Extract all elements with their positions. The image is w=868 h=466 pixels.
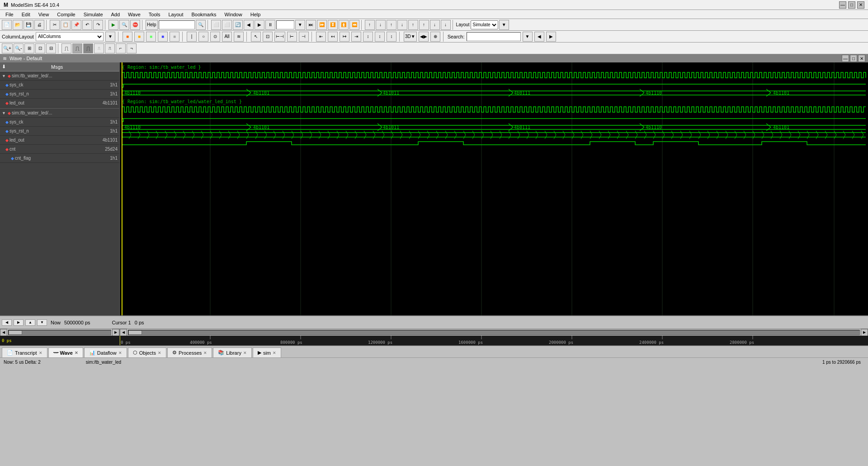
zoom-fit-btn[interactable]: ⊟	[46, 43, 56, 53]
signal-group-2[interactable]: ▼ ◆ sim:/tb_water_led/...	[0, 109, 119, 118]
signal-scroll-thumb[interactable]	[9, 330, 22, 335]
menu-wave[interactable]: Wave	[124, 11, 144, 18]
3d-btn2[interactable]: ◀▶	[419, 32, 429, 42]
sim-btn2[interactable]: ⬜	[222, 20, 232, 30]
transcript-close[interactable]: ✕	[39, 351, 42, 355]
signal-row-cnt[interactable]: ◆ cnt 25d24	[0, 145, 119, 154]
wave-minimize-btn[interactable]: —	[842, 55, 849, 62]
step-btn3[interactable]: ⏬	[328, 20, 338, 30]
search-prev-btn[interactable]: ◀	[534, 32, 544, 42]
tab-processes[interactable]: ⚙ Processes ✕	[167, 347, 212, 357]
nav-btn7[interactable]: ↕	[387, 32, 396, 42]
help-go-btn[interactable]: 🔍	[196, 20, 206, 30]
signal-hscroll[interactable]: ◀ ▶	[0, 329, 120, 336]
library-close[interactable]: ✕	[243, 351, 247, 355]
wave-scroll-thumb[interactable]	[128, 330, 142, 335]
sim-btn5[interactable]: ▶	[255, 20, 264, 30]
menu-file[interactable]: File	[2, 11, 17, 18]
nav-btn1[interactable]: ⇤	[316, 32, 326, 42]
new-btn[interactable]: 📄	[2, 20, 12, 30]
measure-btn[interactable]: ⊢⊣	[274, 32, 285, 42]
sig-btn1[interactable]: |	[187, 32, 197, 42]
run-btn[interactable]: ▶	[108, 20, 118, 30]
nav-btn3[interactable]: ↦	[340, 32, 349, 42]
sig-type-3[interactable]: ⎍	[83, 43, 93, 53]
layout-btn5[interactable]: ↑	[408, 20, 418, 30]
menu-add[interactable]: Add	[108, 11, 124, 18]
signal-scroll-left[interactable]: ◀	[0, 329, 7, 336]
color-btn3[interactable]: ■	[146, 32, 156, 42]
nav-btn5[interactable]: ↕	[363, 32, 373, 42]
search-next-btn[interactable]: ▶	[546, 32, 556, 42]
wave-btn1[interactable]: ⊢	[287, 32, 297, 42]
color-btn4[interactable]: ■	[158, 32, 168, 42]
sig-btn4[interactable]: All	[222, 32, 232, 42]
sig-type-4[interactable]: ⎍	[94, 43, 104, 53]
wave-close-btn[interactable]: ✕	[858, 55, 865, 62]
copy-btn[interactable]: 📋	[61, 20, 71, 30]
color-btn5[interactable]: ■	[170, 32, 179, 42]
nav-btn4[interactable]: ⇥	[351, 32, 361, 42]
tab-sim[interactable]: ▶ sim ✕	[253, 347, 281, 357]
menu-compile[interactable]: Compile	[53, 11, 79, 18]
step-btn5[interactable]: ⏪	[349, 20, 359, 30]
minimize-button[interactable]: —	[839, 1, 846, 9]
layout-select[interactable]: Simulate	[471, 20, 498, 29]
layout-btn6[interactable]: ↑	[419, 20, 429, 30]
signal-row-cnt_flag[interactable]: ◆ cnt_flag 1h1	[0, 154, 119, 163]
time-unit-btn[interactable]: ▼	[295, 20, 305, 30]
3d-btn1[interactable]: 3D▼	[404, 32, 417, 42]
layout-btn7[interactable]: ↓	[430, 20, 440, 30]
sim-btn3[interactable]: 🔄	[233, 20, 243, 30]
menu-view[interactable]: View	[35, 11, 53, 18]
step-btn2[interactable]: ⏩	[317, 20, 327, 30]
layout-btn1[interactable]: ↑	[365, 20, 375, 30]
layout-btn8[interactable]: ↓	[441, 20, 451, 30]
search-input[interactable]	[467, 32, 521, 41]
tab-dataflow[interactable]: 📊 Dataflow ✕	[84, 347, 127, 357]
sig-type-6[interactable]: ⌐	[116, 43, 126, 53]
signal-scroll-track[interactable]	[8, 330, 111, 335]
open-btn[interactable]: 📂	[13, 20, 23, 30]
signal-group-1[interactable]: ▼ ◆ sim:/tb_water_led/...	[0, 71, 119, 81]
print-btn[interactable]: 🖨	[34, 20, 44, 30]
processes-close[interactable]: ✕	[203, 351, 207, 355]
maximize-button[interactable]: □	[848, 1, 855, 9]
help-input[interactable]	[159, 20, 195, 29]
tab-transcript[interactable]: 📄 Transcript ✕	[2, 347, 47, 357]
zoom-out-btn[interactable]: 🔍-	[14, 43, 24, 53]
status-btn1[interactable]: ◀	[2, 319, 12, 326]
col-dropdown-btn[interactable]: ▼	[105, 32, 115, 42]
zoom-sel-btn[interactable]: ⊡	[263, 32, 273, 42]
signal-row-led_out-2[interactable]: ◆ led_out 4b1101	[0, 136, 119, 145]
wave-maximize-btn[interactable]: □	[850, 55, 857, 62]
nav-btn6[interactable]: ↕	[375, 32, 385, 42]
step-btn4[interactable]: ⏫	[339, 20, 349, 30]
layout-btn2[interactable]: ↓	[376, 20, 386, 30]
tab-library[interactable]: 📚 Library ✕	[213, 347, 252, 357]
status-btn4[interactable]: ▼	[37, 319, 47, 326]
color-btn1[interactable]: ■	[123, 32, 132, 42]
zoom-sel-btn2[interactable]: ⊡	[35, 43, 45, 53]
zoom-full-btn[interactable]: ⊞	[24, 43, 34, 53]
wave-hscroll[interactable]: ◀ ▶	[120, 329, 868, 336]
step-btn1[interactable]: ⏭	[306, 20, 316, 30]
time-input[interactable]: 5us	[276, 20, 294, 29]
sig-btn3[interactable]: ⊙	[210, 32, 220, 42]
menu-simulate[interactable]: Simulate	[80, 11, 107, 18]
break-btn[interactable]: ⛔	[130, 20, 140, 30]
signal-scroll-right[interactable]: ▶	[112, 329, 119, 336]
undo-btn[interactable]: ↶	[82, 20, 92, 30]
status-btn3[interactable]: ▲	[25, 319, 35, 326]
menu-layout[interactable]: Layout	[165, 11, 187, 18]
sig-btn5[interactable]: ≋	[234, 32, 244, 42]
menu-edit[interactable]: Edit	[18, 11, 34, 18]
menu-help[interactable]: Help	[247, 11, 264, 18]
sig-btn2[interactable]: ○	[198, 32, 208, 42]
menu-bookmarks[interactable]: Bookmarks	[188, 11, 220, 18]
help-btn[interactable]: Help	[146, 20, 158, 30]
layout-dropdown-btn[interactable]: ▼	[499, 20, 509, 30]
sim-btn1[interactable]: ⬜	[211, 20, 221, 30]
sim-btn4[interactable]: ◀	[244, 20, 254, 30]
menu-window[interactable]: Window	[221, 11, 246, 18]
